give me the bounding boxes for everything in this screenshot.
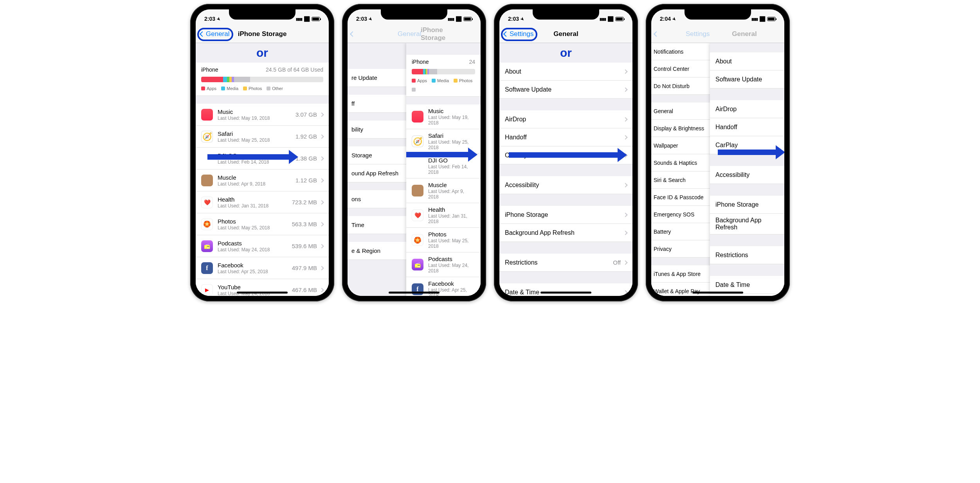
list-item[interactable]: iPhone Storage xyxy=(499,206,632,224)
list-item[interactable]: Software Update xyxy=(499,81,632,99)
cell-label: Accessibility xyxy=(505,182,624,189)
back-button[interactable]: General xyxy=(197,28,233,41)
home-indicator[interactable] xyxy=(540,292,591,294)
list-item[interactable]: Accessibility xyxy=(499,176,632,194)
list-item[interactable]: Privacy xyxy=(651,240,710,258)
chevron-right-icon xyxy=(319,222,324,226)
list-item[interactable]: ff xyxy=(348,95,406,113)
list-item[interactable]: Wallpaper xyxy=(651,137,710,154)
list-item[interactable]: Sounds & Haptics xyxy=(651,154,710,171)
list-item[interactable]: Handoff xyxy=(499,128,632,146)
storage-legend: Apps Media Photos xyxy=(412,78,475,92)
chevron-left-icon xyxy=(654,31,659,36)
annotation-arrow xyxy=(406,152,469,157)
list-item[interactable]: Battery xyxy=(651,223,710,240)
list-item[interactable]: About xyxy=(499,63,632,81)
device-label: iPhone xyxy=(412,59,429,65)
list-item[interactable]: Storage xyxy=(348,146,406,164)
chevron-right-icon xyxy=(319,200,324,204)
list-item[interactable]: About xyxy=(710,52,784,70)
location-icon: ➤ xyxy=(519,16,526,22)
list-item[interactable]: Keyboard xyxy=(710,294,784,296)
or-annotation: or xyxy=(499,46,632,59)
list-item[interactable]: Background App Refresh xyxy=(499,224,632,242)
app-row[interactable]: Safari Last Used: May 25, 2018 1.92 GB xyxy=(196,126,329,148)
list-item[interactable]: bility xyxy=(348,121,406,139)
app-sub: Last Used: May 24, 2018 xyxy=(428,263,475,274)
cell-label: Software Update xyxy=(505,86,624,93)
list-item[interactable]: iPhone Storage xyxy=(710,196,784,214)
list-item[interactable]: Face ID & Passcode xyxy=(651,189,710,206)
cell-label: AirDrop xyxy=(505,116,624,123)
legend-photos: Photos xyxy=(249,86,262,91)
legend-apps: Apps xyxy=(417,78,427,83)
home-indicator[interactable] xyxy=(692,292,743,294)
app-row[interactable]: Muscle Last Used: Apr 9, 2018 1.12 GB xyxy=(196,169,329,191)
chevron-right-icon xyxy=(623,231,627,235)
list-item[interactable]: Display & Brightness xyxy=(651,120,710,137)
or-annotation: or xyxy=(196,46,329,59)
app-name: Facebook xyxy=(218,262,292,269)
app-row[interactable]: f Facebook Last Used: Apr 25, 2018 497.9… xyxy=(196,257,329,279)
app-size: 3.07 GB xyxy=(295,111,317,118)
list-item[interactable]: AirDrop xyxy=(499,110,632,128)
list-item[interactable]: Date & Time xyxy=(499,283,632,296)
back-button[interactable]: Settings xyxy=(654,32,658,36)
over-layer[interactable]: iPhone 24 Apps Media Photos xyxy=(406,43,481,296)
status-time: 2:03 xyxy=(204,16,215,22)
list-item[interactable]: Software Update xyxy=(710,70,784,88)
list-item[interactable]: Do Not Disturb xyxy=(651,77,710,95)
app-row[interactable]: Podcasts Last Used: May 24, 2018 xyxy=(406,252,481,277)
back-label: General xyxy=(398,30,421,38)
phone-frame-4: 2:04 ➤ Settings General NotificationsCon… xyxy=(646,4,790,301)
app-sub: Last Used: May 19, 2018 xyxy=(428,115,475,126)
back-button[interactable]: Settings xyxy=(501,28,537,41)
list-item[interactable]: Handoff xyxy=(710,118,784,136)
list-item[interactable]: Wallet & Apple Pay xyxy=(651,283,710,296)
home-indicator[interactable] xyxy=(237,292,288,294)
list-item[interactable]: Siri & Search xyxy=(651,171,710,189)
chevron-right-icon xyxy=(623,135,627,139)
list-item[interactable]: Background App Refresh xyxy=(710,214,784,234)
list-item[interactable]: Restrictions Off xyxy=(499,254,632,272)
legend-apps: Apps xyxy=(207,86,216,91)
app-row[interactable]: Health Last Used: Jan 31, 2018 xyxy=(406,203,481,228)
app-row[interactable]: Music Last Used: May 19, 2018 3.07 GB xyxy=(196,104,329,126)
list-item[interactable]: ons xyxy=(348,190,406,208)
app-row[interactable]: Music Last Used: May 19, 2018 xyxy=(406,105,481,129)
list-item[interactable]: ound App Refresh xyxy=(348,164,406,182)
app-size: 723.2 MB xyxy=(292,199,317,205)
legend-media: Media xyxy=(227,86,238,91)
app-row[interactable]: Photos Last Used: May 25, 2018 563.3 MB xyxy=(196,213,329,235)
list-item[interactable]: Restrictions xyxy=(710,246,784,264)
annotation-arrow xyxy=(207,154,290,160)
list-item[interactable]: e & Region xyxy=(348,242,406,260)
signal-icon xyxy=(296,16,302,22)
app-row[interactable]: Muscle Last Used: Apr 9, 2018 xyxy=(406,178,481,203)
list-item[interactable]: iTunes & App Store xyxy=(651,265,710,283)
home-indicator[interactable] xyxy=(389,292,440,294)
cell-label: Date & Time xyxy=(715,281,779,288)
app-sub: Last Used: May 24, 2018 xyxy=(218,247,292,252)
content: or iPhone 24.5 GB of 64 GB Used Apps Med… xyxy=(196,43,329,296)
app-row[interactable]: Podcasts Last Used: May 24, 2018 539.6 M… xyxy=(196,235,329,257)
list-item[interactable]: Time xyxy=(348,216,406,234)
content: NotificationsControl CenterDo Not Distur… xyxy=(651,43,784,296)
app-row[interactable]: Health Last Used: Jan 31, 2018 723.2 MB xyxy=(196,191,329,213)
app-row[interactable]: Photos Last Used: May 25, 2018 xyxy=(406,228,481,252)
back-button[interactable]: General xyxy=(351,32,355,36)
list-item[interactable]: General xyxy=(651,103,710,120)
list-item[interactable]: AirDrop xyxy=(710,100,784,118)
location-icon: ➤ xyxy=(368,16,374,22)
wifi-icon xyxy=(759,16,766,22)
under-layer: NotificationsControl CenterDo Not Distur… xyxy=(651,43,710,296)
list-item[interactable]: Emergency SOS xyxy=(651,206,710,223)
list-item[interactable]: Notifications xyxy=(651,43,710,60)
over-layer[interactable]: About Software Update AirDrop Handoff Ca… xyxy=(710,43,784,296)
list-item[interactable]: re Update xyxy=(348,69,406,87)
list-item[interactable]: Accessibility xyxy=(710,166,784,184)
nav-title: General xyxy=(553,30,578,38)
chevron-right-icon xyxy=(319,134,324,139)
list-item[interactable]: Control Center xyxy=(651,60,710,77)
app-icon xyxy=(412,111,423,123)
